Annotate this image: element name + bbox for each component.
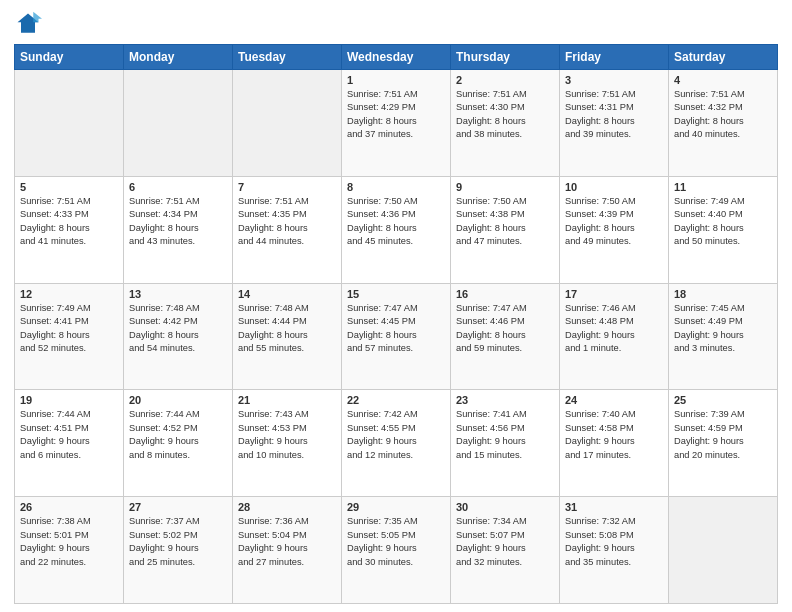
day-number: 17 [565, 288, 663, 300]
calendar-cell: 26Sunrise: 7:38 AM Sunset: 5:01 PM Dayli… [15, 497, 124, 604]
calendar-week-3: 12Sunrise: 7:49 AM Sunset: 4:41 PM Dayli… [15, 283, 778, 390]
day-number: 15 [347, 288, 445, 300]
calendar-cell: 23Sunrise: 7:41 AM Sunset: 4:56 PM Dayli… [451, 390, 560, 497]
header-day-tuesday: Tuesday [233, 45, 342, 70]
day-number: 5 [20, 181, 118, 193]
cell-content: Sunrise: 7:50 AM Sunset: 4:38 PM Dayligh… [456, 195, 554, 249]
calendar-week-5: 26Sunrise: 7:38 AM Sunset: 5:01 PM Dayli… [15, 497, 778, 604]
cell-content: Sunrise: 7:51 AM Sunset: 4:30 PM Dayligh… [456, 88, 554, 142]
day-number: 19 [20, 394, 118, 406]
header-day-monday: Monday [124, 45, 233, 70]
day-number: 23 [456, 394, 554, 406]
day-number: 27 [129, 501, 227, 513]
cell-content: Sunrise: 7:32 AM Sunset: 5:08 PM Dayligh… [565, 515, 663, 569]
day-number: 30 [456, 501, 554, 513]
calendar-cell: 13Sunrise: 7:48 AM Sunset: 4:42 PM Dayli… [124, 283, 233, 390]
calendar-cell: 25Sunrise: 7:39 AM Sunset: 4:59 PM Dayli… [669, 390, 778, 497]
cell-content: Sunrise: 7:47 AM Sunset: 4:46 PM Dayligh… [456, 302, 554, 356]
calendar-cell: 20Sunrise: 7:44 AM Sunset: 4:52 PM Dayli… [124, 390, 233, 497]
calendar-week-1: 1Sunrise: 7:51 AM Sunset: 4:29 PM Daylig… [15, 70, 778, 177]
cell-content: Sunrise: 7:51 AM Sunset: 4:29 PM Dayligh… [347, 88, 445, 142]
calendar-cell: 6Sunrise: 7:51 AM Sunset: 4:34 PM Daylig… [124, 176, 233, 283]
calendar-header-row: SundayMondayTuesdayWednesdayThursdayFrid… [15, 45, 778, 70]
calendar-cell: 17Sunrise: 7:46 AM Sunset: 4:48 PM Dayli… [560, 283, 669, 390]
cell-content: Sunrise: 7:34 AM Sunset: 5:07 PM Dayligh… [456, 515, 554, 569]
calendar-cell: 10Sunrise: 7:50 AM Sunset: 4:39 PM Dayli… [560, 176, 669, 283]
day-number: 25 [674, 394, 772, 406]
calendar-cell [233, 70, 342, 177]
header [14, 10, 778, 38]
calendar-cell: 8Sunrise: 7:50 AM Sunset: 4:36 PM Daylig… [342, 176, 451, 283]
cell-content: Sunrise: 7:49 AM Sunset: 4:41 PM Dayligh… [20, 302, 118, 356]
calendar-cell: 16Sunrise: 7:47 AM Sunset: 4:46 PM Dayli… [451, 283, 560, 390]
calendar-cell: 22Sunrise: 7:42 AM Sunset: 4:55 PM Dayli… [342, 390, 451, 497]
calendar-cell: 28Sunrise: 7:36 AM Sunset: 5:04 PM Dayli… [233, 497, 342, 604]
day-number: 12 [20, 288, 118, 300]
day-number: 29 [347, 501, 445, 513]
day-number: 2 [456, 74, 554, 86]
cell-content: Sunrise: 7:48 AM Sunset: 4:42 PM Dayligh… [129, 302, 227, 356]
day-number: 14 [238, 288, 336, 300]
day-number: 22 [347, 394, 445, 406]
cell-content: Sunrise: 7:35 AM Sunset: 5:05 PM Dayligh… [347, 515, 445, 569]
cell-content: Sunrise: 7:50 AM Sunset: 4:39 PM Dayligh… [565, 195, 663, 249]
cell-content: Sunrise: 7:41 AM Sunset: 4:56 PM Dayligh… [456, 408, 554, 462]
day-number: 6 [129, 181, 227, 193]
logo-icon [14, 10, 42, 38]
day-number: 16 [456, 288, 554, 300]
cell-content: Sunrise: 7:45 AM Sunset: 4:49 PM Dayligh… [674, 302, 772, 356]
cell-content: Sunrise: 7:43 AM Sunset: 4:53 PM Dayligh… [238, 408, 336, 462]
day-number: 28 [238, 501, 336, 513]
page: SundayMondayTuesdayWednesdayThursdayFrid… [0, 0, 792, 612]
calendar-cell: 1Sunrise: 7:51 AM Sunset: 4:29 PM Daylig… [342, 70, 451, 177]
calendar-cell [669, 497, 778, 604]
calendar-cell: 4Sunrise: 7:51 AM Sunset: 4:32 PM Daylig… [669, 70, 778, 177]
cell-content: Sunrise: 7:42 AM Sunset: 4:55 PM Dayligh… [347, 408, 445, 462]
calendar-cell: 7Sunrise: 7:51 AM Sunset: 4:35 PM Daylig… [233, 176, 342, 283]
calendar-cell [15, 70, 124, 177]
cell-content: Sunrise: 7:51 AM Sunset: 4:35 PM Dayligh… [238, 195, 336, 249]
calendar-cell: 11Sunrise: 7:49 AM Sunset: 4:40 PM Dayli… [669, 176, 778, 283]
cell-content: Sunrise: 7:51 AM Sunset: 4:32 PM Dayligh… [674, 88, 772, 142]
cell-content: Sunrise: 7:39 AM Sunset: 4:59 PM Dayligh… [674, 408, 772, 462]
cell-content: Sunrise: 7:48 AM Sunset: 4:44 PM Dayligh… [238, 302, 336, 356]
cell-content: Sunrise: 7:44 AM Sunset: 4:52 PM Dayligh… [129, 408, 227, 462]
calendar-table: SundayMondayTuesdayWednesdayThursdayFrid… [14, 44, 778, 604]
logo [14, 10, 46, 38]
calendar-week-2: 5Sunrise: 7:51 AM Sunset: 4:33 PM Daylig… [15, 176, 778, 283]
svg-marker-2 [33, 12, 42, 23]
calendar-cell: 31Sunrise: 7:32 AM Sunset: 5:08 PM Dayli… [560, 497, 669, 604]
day-number: 7 [238, 181, 336, 193]
cell-content: Sunrise: 7:37 AM Sunset: 5:02 PM Dayligh… [129, 515, 227, 569]
day-number: 20 [129, 394, 227, 406]
cell-content: Sunrise: 7:46 AM Sunset: 4:48 PM Dayligh… [565, 302, 663, 356]
cell-content: Sunrise: 7:47 AM Sunset: 4:45 PM Dayligh… [347, 302, 445, 356]
cell-content: Sunrise: 7:44 AM Sunset: 4:51 PM Dayligh… [20, 408, 118, 462]
day-number: 13 [129, 288, 227, 300]
day-number: 26 [20, 501, 118, 513]
header-day-sunday: Sunday [15, 45, 124, 70]
header-day-friday: Friday [560, 45, 669, 70]
day-number: 9 [456, 181, 554, 193]
calendar-week-4: 19Sunrise: 7:44 AM Sunset: 4:51 PM Dayli… [15, 390, 778, 497]
calendar-cell: 3Sunrise: 7:51 AM Sunset: 4:31 PM Daylig… [560, 70, 669, 177]
calendar-cell: 15Sunrise: 7:47 AM Sunset: 4:45 PM Dayli… [342, 283, 451, 390]
header-day-thursday: Thursday [451, 45, 560, 70]
cell-content: Sunrise: 7:40 AM Sunset: 4:58 PM Dayligh… [565, 408, 663, 462]
day-number: 4 [674, 74, 772, 86]
cell-content: Sunrise: 7:36 AM Sunset: 5:04 PM Dayligh… [238, 515, 336, 569]
cell-content: Sunrise: 7:51 AM Sunset: 4:33 PM Dayligh… [20, 195, 118, 249]
calendar-cell: 27Sunrise: 7:37 AM Sunset: 5:02 PM Dayli… [124, 497, 233, 604]
day-number: 8 [347, 181, 445, 193]
cell-content: Sunrise: 7:38 AM Sunset: 5:01 PM Dayligh… [20, 515, 118, 569]
calendar-cell: 5Sunrise: 7:51 AM Sunset: 4:33 PM Daylig… [15, 176, 124, 283]
calendar-cell: 21Sunrise: 7:43 AM Sunset: 4:53 PM Dayli… [233, 390, 342, 497]
day-number: 31 [565, 501, 663, 513]
day-number: 24 [565, 394, 663, 406]
day-number: 10 [565, 181, 663, 193]
header-day-wednesday: Wednesday [342, 45, 451, 70]
calendar-cell: 12Sunrise: 7:49 AM Sunset: 4:41 PM Dayli… [15, 283, 124, 390]
day-number: 11 [674, 181, 772, 193]
day-number: 21 [238, 394, 336, 406]
day-number: 18 [674, 288, 772, 300]
